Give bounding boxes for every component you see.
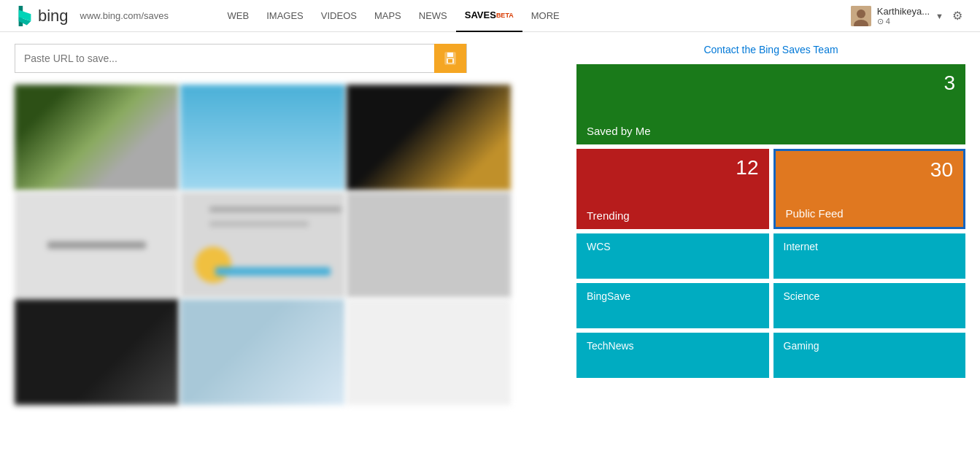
preview-cell-3 (347, 85, 511, 190)
save-button[interactable] (434, 44, 466, 73)
wcs-tile[interactable]: WCS (576, 233, 769, 279)
trending-count: 12 (587, 156, 759, 179)
avatar (851, 6, 871, 26)
beta-badge: BETA (496, 12, 514, 19)
internet-label: Internet (784, 241, 956, 252)
science-tile[interactable]: Science (773, 283, 966, 328)
internet-tile[interactable]: Internet (773, 233, 966, 279)
contact-link[interactable]: Contact the Bing Saves Team (576, 44, 965, 55)
category-row-3: TechNews Gaming (576, 333, 965, 378)
gaming-label: Gaming (784, 340, 956, 352)
url-input-container (15, 44, 467, 73)
nav-maps[interactable]: MAPS (366, 0, 410, 32)
avatar-image (851, 6, 871, 26)
preview-cell-5 (180, 192, 344, 298)
tiles-grid: 3 Saved by Me 12 Trending 30 Public Feed… (576, 64, 965, 378)
nav-videos[interactable]: VIDEOS (312, 0, 366, 32)
url-input[interactable] (15, 53, 434, 64)
nav-images[interactable]: IMAGES (258, 0, 312, 32)
bingsave-tile[interactable]: BingSave (576, 283, 769, 328)
user-section: Karthikeya... ⊙ 4 ▼ ⚙ (851, 6, 965, 26)
preview-cell-6 (347, 192, 511, 298)
user-points: ⊙ 4 (877, 17, 930, 26)
main-content: Contact the Bing Saves Team 3 Saved by M… (0, 32, 980, 417)
right-panel: Contact the Bing Saves Team 3 Saved by M… (555, 44, 965, 406)
wcs-label: WCS (587, 241, 759, 252)
gaming-tile[interactable]: Gaming (773, 333, 966, 378)
technews-label: TechNews (587, 340, 759, 352)
settings-icon[interactable]: ⚙ (949, 6, 965, 26)
second-tile-row: 12 Trending 30 Public Feed (576, 149, 965, 229)
preview-grid (15, 85, 511, 406)
bing-logo-icon (15, 6, 35, 26)
public-feed-count: 30 (786, 158, 954, 182)
nav-web[interactable]: WEB (219, 0, 258, 32)
bing-logo-text: bing (38, 7, 69, 26)
left-panel (15, 44, 555, 406)
preview-cell-1 (15, 85, 179, 190)
trending-label: Trending (587, 209, 759, 222)
user-info: Karthikeya... ⊙ 4 (877, 6, 930, 26)
user-name: Karthikeya... (877, 6, 930, 17)
saved-by-me-tile[interactable]: 3 Saved by Me (576, 64, 965, 144)
preview-cell-4 (15, 192, 179, 298)
preview-cell-7 (15, 299, 179, 405)
bing-logo[interactable]: bing (15, 6, 69, 26)
category-row-1: WCS Internet (576, 233, 965, 279)
top-navigation: bing www.bing.com/saves WEB IMAGES VIDEO… (0, 0, 980, 32)
preview-cell-8 (180, 299, 344, 405)
user-dropdown-arrow[interactable]: ▼ (935, 12, 944, 20)
nav-news[interactable]: NEWS (410, 0, 456, 32)
science-label: Science (784, 290, 956, 302)
points-value: 4 (886, 17, 890, 26)
category-row-2: BingSave Science (576, 283, 965, 328)
public-feed-label: Public Feed (786, 207, 954, 220)
svg-point-2 (857, 9, 865, 18)
save-icon (443, 51, 458, 66)
svg-rect-7 (448, 59, 452, 63)
address-bar: www.bing.com/saves (80, 10, 197, 21)
saved-by-me-count: 3 (587, 71, 955, 95)
points-icon: ⊙ (877, 17, 884, 26)
nav-links: WEB IMAGES VIDEOS MAPS NEWS SAVESBETA MO… (219, 0, 851, 32)
trending-tile[interactable]: 12 Trending (576, 149, 769, 229)
saved-by-me-label: Saved by Me (587, 125, 955, 137)
preview-cell-9 (347, 299, 511, 405)
technews-tile[interactable]: TechNews (576, 333, 769, 378)
nav-more[interactable]: MORE (522, 0, 568, 32)
public-feed-tile[interactable]: 30 Public Feed (773, 149, 966, 229)
nav-saves[interactable]: SAVESBETA (456, 0, 522, 32)
preview-cell-2 (180, 85, 344, 190)
svg-rect-5 (447, 53, 453, 57)
bingsave-label: BingSave (587, 290, 759, 302)
